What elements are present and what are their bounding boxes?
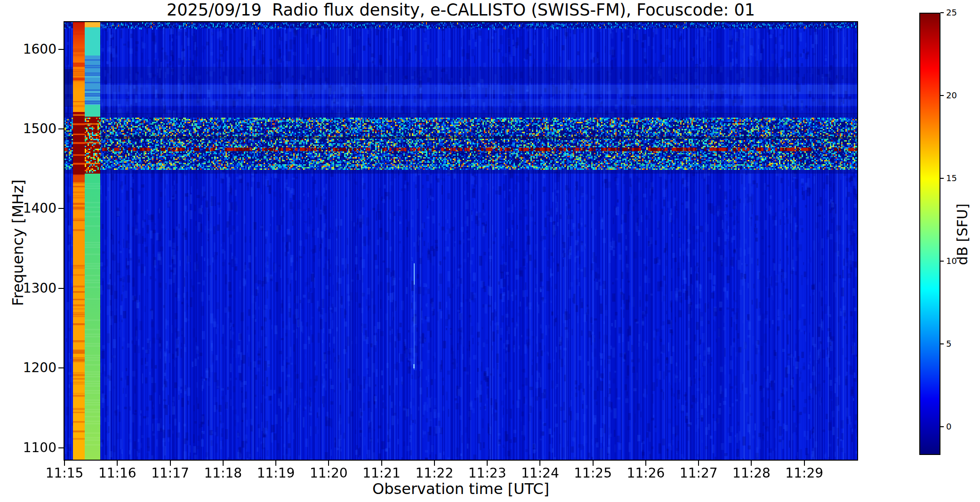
chart-title: 2025/09/19 Radio flux density, e-CALLIST… xyxy=(64,0,857,20)
y-tick-mark xyxy=(58,288,64,289)
colorbar-tick-label: 25 xyxy=(946,8,974,17)
x-tick-label: 11:28 xyxy=(725,467,778,480)
x-tick-label: 11:15 xyxy=(38,467,91,480)
colorbar-tick-mark xyxy=(940,343,944,344)
x-tick-label: 11:23 xyxy=(461,467,514,480)
y-tick-mark xyxy=(58,49,64,50)
spectrogram-canvas xyxy=(64,22,857,460)
y-tick-label: 1400 xyxy=(0,202,56,215)
colorbar-tick-mark xyxy=(940,95,944,96)
x-tick-label: 11:16 xyxy=(91,467,144,480)
y-tick-label: 1200 xyxy=(0,361,56,375)
y-axis-label: Frequency [MHz] xyxy=(8,125,27,360)
colorbar-tick-label: 20 xyxy=(946,91,974,100)
y-tick-label: 1500 xyxy=(0,122,56,135)
x-tick-label: 11:24 xyxy=(514,467,566,480)
colorbar xyxy=(919,13,940,455)
x-tick-label: 11:19 xyxy=(249,467,302,480)
y-tick-mark xyxy=(58,208,64,209)
colorbar-tick-mark xyxy=(940,178,944,179)
x-tick-label: 11:29 xyxy=(778,467,831,480)
colorbar-tick-label: 0 xyxy=(946,422,974,431)
x-tick-label: 11:25 xyxy=(567,467,619,480)
x-tick-label: 11:17 xyxy=(144,467,197,480)
y-tick-mark xyxy=(58,447,64,448)
colorbar-tick-mark xyxy=(940,12,944,13)
y-tick-label: 1600 xyxy=(0,43,56,56)
plot-frame xyxy=(64,21,858,461)
y-tick-mark xyxy=(58,367,64,368)
x-tick-label: 11:27 xyxy=(672,467,725,480)
x-axis-label: Observation time [UTC] xyxy=(64,480,857,498)
y-tick-label: 1300 xyxy=(0,282,56,295)
x-tick-label: 11:20 xyxy=(302,467,355,480)
colorbar-label: dB [SFU] xyxy=(953,117,972,352)
colorbar-tick-mark xyxy=(940,426,944,427)
x-tick-label: 11:22 xyxy=(408,467,461,480)
y-tick-label: 1100 xyxy=(0,441,56,454)
x-tick-label: 11:18 xyxy=(197,467,249,480)
colorbar-tick-mark xyxy=(940,261,944,262)
spectrogram-figure: 2025/09/19 Radio flux density, e-CALLIST… xyxy=(0,0,980,502)
y-tick-mark xyxy=(58,128,64,129)
x-tick-label: 11:26 xyxy=(619,467,672,480)
x-tick-label: 11:21 xyxy=(355,467,408,480)
